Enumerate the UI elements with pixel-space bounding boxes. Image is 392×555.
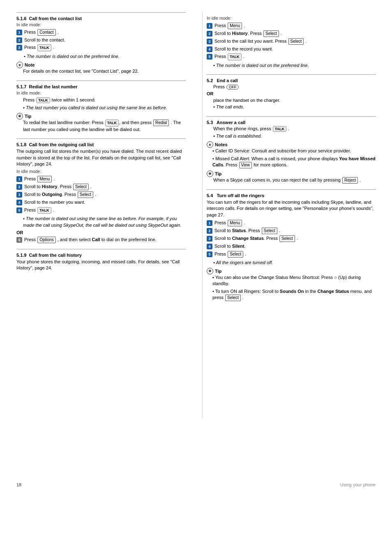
section-52-bullet: The call ends. bbox=[213, 104, 376, 110]
select-btn: Select bbox=[263, 30, 279, 37]
step-item: 4 Scroll to the number you want. bbox=[16, 199, 186, 205]
step-item: 1 Press Menu . bbox=[207, 23, 376, 29]
menu-btn: Menu bbox=[37, 176, 52, 182]
select-btn: Select bbox=[225, 295, 241, 301]
step-item: 4 Scroll to the record you want. bbox=[207, 46, 376, 52]
off-btn: OFF bbox=[226, 85, 239, 90]
section-518-body: The outgoing call list stores the number… bbox=[16, 148, 186, 167]
step-num: 3 bbox=[207, 236, 212, 242]
select-btn: Select bbox=[288, 38, 304, 45]
note-item: Missed Call Alert: When a call is missed… bbox=[212, 156, 376, 168]
talk-btn: TALK bbox=[228, 53, 241, 60]
step-item: 3 Scroll to Outgoing. Press Select . bbox=[16, 191, 186, 198]
note-icon: e bbox=[16, 62, 23, 68]
step-item: 3 Press TALK . bbox=[16, 44, 186, 51]
footer-text: Using your phone bbox=[340, 482, 376, 487]
section-53: 5.3 Answer a call When the phone rings, … bbox=[207, 116, 376, 184]
section-53-title: 5.3 Answer a call bbox=[207, 120, 376, 125]
redial-btn: Redial bbox=[153, 120, 169, 126]
note-item: Caller ID Service: Consult and subscribe… bbox=[212, 148, 376, 154]
section-518: 5.1.8 Call from the outgoing call list T… bbox=[16, 138, 186, 243]
step-num: 4 bbox=[16, 200, 22, 205]
talk-btn: TALK bbox=[37, 207, 51, 214]
bullet-517: The last number you called is dialed out… bbox=[23, 105, 186, 111]
step-item: 5 Press Select . bbox=[207, 251, 376, 258]
step-item: 3 Scroll to the call list you want. Pres… bbox=[207, 38, 376, 45]
tip-icon: ✳ bbox=[207, 268, 213, 274]
step-item: 3 Scroll to Change Status. Press Select … bbox=[207, 235, 376, 242]
step-item: 1 Press Menu . bbox=[16, 176, 186, 182]
menu-btn: Menu bbox=[228, 220, 242, 226]
step-num: 1 bbox=[207, 220, 212, 226]
step-num: 2 bbox=[207, 31, 212, 37]
tip-53-text: When a Skype call comes in, you can reje… bbox=[213, 177, 376, 184]
tip-label: Tip bbox=[215, 171, 221, 176]
tip-53: ✳ Tip When a Skype call comes in, you ca… bbox=[207, 170, 376, 184]
talk-btn: TALK bbox=[36, 97, 50, 103]
step-item: 2 Scroll to History. Press Select . bbox=[16, 184, 186, 190]
step-num: 5 bbox=[16, 237, 22, 243]
left-column: 5.1.6 Call from the contact list In idle… bbox=[16, 12, 190, 418]
step-num: 5 bbox=[207, 54, 212, 60]
section-52-step: Press OFF bbox=[213, 84, 376, 90]
select-btn: Select bbox=[78, 191, 93, 198]
step-item: 1 Press Contact . bbox=[16, 29, 186, 36]
contact-btn: Contact bbox=[37, 29, 55, 36]
step-item: 2 Scroll to Status. Press Select . bbox=[207, 228, 376, 234]
tip-label: Tip bbox=[25, 114, 31, 119]
section-54-bullet: All the ringers are turned off. bbox=[213, 260, 376, 266]
section-519-continued: In idle mode: 1 Press Menu . 2 Scroll to… bbox=[207, 12, 376, 69]
section-52-title: 5.2 End a call bbox=[207, 78, 376, 83]
note-block: e Note For details on the contact list, … bbox=[16, 62, 186, 74]
tip-54: ✳ Tip You can also use the Change Status… bbox=[207, 268, 376, 301]
step-item: 5 Press TALK . bbox=[207, 53, 376, 60]
section-519: 5.1.9 Call from the call history Your ph… bbox=[16, 249, 186, 272]
section-53-bullet: The call is established. bbox=[213, 133, 376, 139]
step-517-main: Press TALK twice within 1 second. bbox=[23, 97, 186, 103]
tip-label: Tip bbox=[215, 269, 221, 274]
tip-517-text: To redial the last landline number: Pres… bbox=[23, 120, 186, 133]
step-num: 5 bbox=[16, 207, 22, 213]
note-icon: e bbox=[207, 141, 213, 148]
section-517: 5.1.7 Redial the last number In idle mod… bbox=[16, 81, 186, 133]
step-num: 5 bbox=[207, 251, 212, 257]
step-num: 1 bbox=[16, 176, 22, 182]
select-btn: Select bbox=[279, 235, 295, 242]
step-num: 1 bbox=[16, 30, 22, 35]
menu-btn: Menu bbox=[228, 23, 242, 29]
step-num: 3 bbox=[16, 192, 22, 198]
talk-btn: TALK bbox=[105, 120, 119, 127]
step-num: 3 bbox=[16, 45, 22, 51]
step-num: 4 bbox=[207, 46, 212, 52]
section-52-or: place the handset on the charger. bbox=[213, 98, 376, 103]
page-number: 18 bbox=[16, 482, 21, 487]
section-52: 5.2 End a call Press OFF OR place the ha… bbox=[207, 74, 376, 110]
intro-subtitle: In idle mode: bbox=[207, 16, 376, 21]
view-btn: View bbox=[239, 162, 252, 168]
page-footer: 18 Using your phone bbox=[16, 422, 376, 543]
tip-icon: ✳ bbox=[207, 170, 213, 177]
step-num: 2 bbox=[16, 37, 22, 43]
step-num: 4 bbox=[207, 244, 212, 249]
section-53-step: When the phone rings, press TALK . bbox=[213, 126, 376, 132]
step-or: 5 Press Options , and then select Call t… bbox=[16, 237, 186, 243]
bullet-518: The number is dialed out using the same … bbox=[23, 216, 186, 228]
reject-btn: Reject bbox=[342, 177, 358, 184]
step-item: 4 Scroll to Silent. bbox=[207, 243, 376, 249]
step-num: 1 bbox=[207, 23, 212, 29]
section-519-title: 5.1.9 Call from the call history bbox=[16, 253, 186, 258]
section-517-subtitle: In idle mode: bbox=[16, 90, 186, 95]
notes-label: Notes bbox=[215, 142, 228, 147]
step-item: 1 Press Menu . bbox=[207, 220, 376, 226]
notes-53: e Notes Caller ID Service: Consult and s… bbox=[207, 141, 376, 168]
section-54-title: 5.4 Turn off all the ringers bbox=[207, 193, 376, 198]
section-519-body: Your phone stores the outgoing, incoming… bbox=[16, 259, 186, 272]
tip-icon: ✳ bbox=[16, 113, 23, 120]
tip-517: ✳ Tip To redial the last landline number… bbox=[16, 113, 186, 133]
or-52: OR bbox=[207, 91, 376, 96]
talk-btn: TALK bbox=[37, 44, 51, 51]
right-column: In idle mode: 1 Press Menu . 2 Scroll to… bbox=[202, 12, 376, 418]
intro-bullet: The number is dialed out on the preferre… bbox=[213, 62, 376, 69]
section-518-title: 5.1.8 Call from the outgoing call list bbox=[16, 142, 186, 147]
note-text: For details on the contact list, see "Co… bbox=[23, 68, 186, 74]
